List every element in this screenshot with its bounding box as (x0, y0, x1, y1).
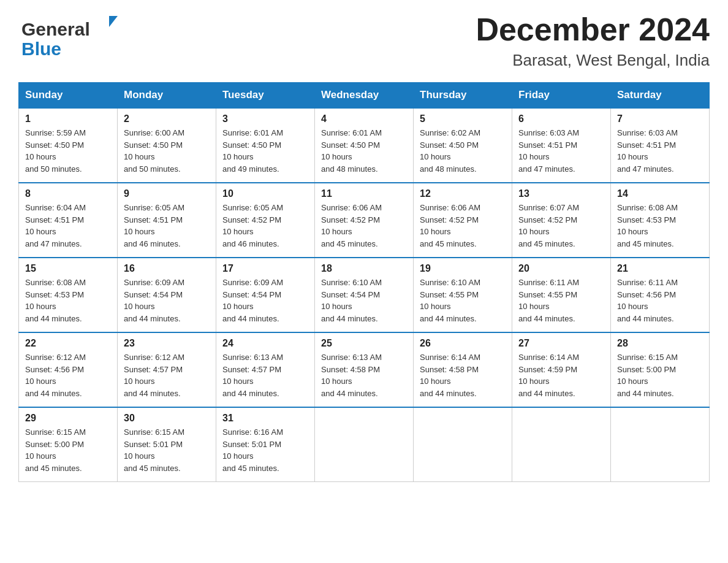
day-number: 10 (222, 188, 308, 199)
calendar-cell: 19Sunrise: 6:10 AMSunset: 4:55 PM10 hour… (414, 258, 512, 332)
calendar-table: SundayMondayTuesdayWednesdayThursdayFrid… (18, 82, 710, 482)
day-number: 27 (518, 338, 604, 349)
calendar-cell (512, 407, 611, 482)
day-info: Sunrise: 6:05 AMSunset: 4:51 PM10 hoursa… (124, 203, 184, 248)
calendar-cell (315, 407, 414, 482)
calendar-week-5: 29Sunrise: 6:15 AMSunset: 5:00 PM10 hour… (19, 407, 710, 482)
calendar-cell: 12Sunrise: 6:06 AMSunset: 4:52 PM10 hour… (414, 183, 512, 258)
calendar-cell: 18Sunrise: 6:10 AMSunset: 4:54 PM10 hour… (315, 258, 414, 332)
calendar-title: December 2024 (476, 12, 710, 47)
day-info: Sunrise: 6:05 AMSunset: 4:52 PM10 hoursa… (222, 203, 283, 248)
day-info: Sunrise: 5:59 AMSunset: 4:50 PM10 hoursa… (25, 128, 86, 174)
day-info: Sunrise: 6:12 AMSunset: 4:56 PM10 hoursa… (25, 353, 86, 398)
day-info: Sunrise: 6:10 AMSunset: 4:55 PM10 hoursa… (420, 278, 480, 323)
calendar-cell: 8Sunrise: 6:04 AMSunset: 4:51 PM10 hours… (19, 183, 118, 258)
day-number: 2 (124, 113, 210, 124)
day-number: 16 (124, 263, 210, 274)
day-info: Sunrise: 6:03 AMSunset: 4:51 PM10 hoursa… (617, 128, 678, 174)
day-number: 1 (25, 113, 111, 124)
day-info: Sunrise: 6:12 AMSunset: 4:57 PM10 hoursa… (124, 353, 184, 398)
page-header: General Blue December 2024 Barasat, West… (18, 12, 710, 70)
day-number: 5 (420, 113, 506, 124)
calendar-week-1: 1Sunrise: 5:59 AMSunset: 4:50 PM10 hours… (19, 108, 710, 183)
calendar-cell: 5Sunrise: 6:02 AMSunset: 4:50 PM10 hours… (414, 108, 512, 183)
day-info: Sunrise: 6:03 AMSunset: 4:51 PM10 hoursa… (518, 128, 579, 174)
day-header-wednesday: Wednesday (315, 83, 414, 109)
calendar-cell: 14Sunrise: 6:08 AMSunset: 4:53 PM10 hour… (611, 183, 710, 258)
day-info: Sunrise: 6:09 AMSunset: 4:54 PM10 hoursa… (222, 278, 283, 323)
calendar-cell: 21Sunrise: 6:11 AMSunset: 4:56 PM10 hour… (611, 258, 710, 332)
day-info: Sunrise: 6:01 AMSunset: 4:50 PM10 hoursa… (321, 128, 382, 174)
calendar-cell: 24Sunrise: 6:13 AMSunset: 4:57 PM10 hour… (216, 332, 315, 407)
title-block: December 2024 Barasat, West Bengal, Indi… (476, 12, 710, 70)
calendar-cell: 1Sunrise: 5:59 AMSunset: 4:50 PM10 hours… (19, 108, 118, 183)
calendar-cell: 17Sunrise: 6:09 AMSunset: 4:54 PM10 hour… (216, 258, 315, 332)
calendar-cell: 25Sunrise: 6:13 AMSunset: 4:58 PM10 hour… (315, 332, 414, 407)
day-number: 9 (124, 188, 210, 199)
day-info: Sunrise: 6:01 AMSunset: 4:50 PM10 hoursa… (222, 128, 283, 174)
day-header-sunday: Sunday (19, 83, 118, 109)
day-number: 18 (321, 263, 407, 274)
calendar-week-3: 15Sunrise: 6:08 AMSunset: 4:53 PM10 hour… (19, 258, 710, 332)
day-number: 19 (420, 263, 506, 274)
day-number: 20 (518, 263, 604, 274)
day-info: Sunrise: 6:11 AMSunset: 4:55 PM10 hoursa… (518, 278, 579, 323)
day-number: 17 (222, 263, 308, 274)
calendar-week-2: 8Sunrise: 6:04 AMSunset: 4:51 PM10 hours… (19, 183, 710, 258)
calendar-cell: 15Sunrise: 6:08 AMSunset: 4:53 PM10 hour… (19, 258, 118, 332)
logo: General Blue (18, 12, 123, 58)
day-number: 15 (25, 263, 111, 274)
calendar-cell: 13Sunrise: 6:07 AMSunset: 4:52 PM10 hour… (512, 183, 611, 258)
calendar-cell (611, 407, 710, 482)
day-number: 3 (222, 113, 308, 124)
day-info: Sunrise: 6:16 AMSunset: 5:01 PM10 hoursa… (222, 427, 283, 473)
svg-text:Blue: Blue (21, 39, 61, 58)
calendar-cell: 3Sunrise: 6:01 AMSunset: 4:50 PM10 hours… (216, 108, 315, 183)
day-info: Sunrise: 6:02 AMSunset: 4:50 PM10 hoursa… (420, 128, 480, 174)
svg-text:General: General (21, 19, 90, 39)
calendar-cell: 7Sunrise: 6:03 AMSunset: 4:51 PM10 hours… (611, 108, 710, 183)
calendar-cell: 26Sunrise: 6:14 AMSunset: 4:58 PM10 hour… (414, 332, 512, 407)
day-number: 21 (617, 263, 703, 274)
calendar-cell: 9Sunrise: 6:05 AMSunset: 4:51 PM10 hours… (118, 183, 216, 258)
day-number: 8 (25, 188, 111, 199)
day-info: Sunrise: 6:10 AMSunset: 4:54 PM10 hoursa… (321, 278, 382, 323)
logo-svg: General Blue (18, 12, 123, 58)
calendar-week-4: 22Sunrise: 6:12 AMSunset: 4:56 PM10 hour… (19, 332, 710, 407)
day-number: 29 (25, 413, 111, 424)
calendar-cell: 29Sunrise: 6:15 AMSunset: 5:00 PM10 hour… (19, 407, 118, 482)
calendar-cell (414, 407, 512, 482)
day-number: 12 (420, 188, 506, 199)
day-number: 25 (321, 338, 407, 349)
day-info: Sunrise: 6:07 AMSunset: 4:52 PM10 hoursa… (518, 203, 579, 248)
calendar-cell: 2Sunrise: 6:00 AMSunset: 4:50 PM10 hours… (118, 108, 216, 183)
day-number: 14 (617, 188, 703, 199)
day-info: Sunrise: 6:04 AMSunset: 4:51 PM10 hoursa… (25, 203, 86, 248)
day-header-saturday: Saturday (611, 83, 710, 109)
day-header-monday: Monday (118, 83, 216, 109)
calendar-cell: 20Sunrise: 6:11 AMSunset: 4:55 PM10 hour… (512, 258, 611, 332)
day-number: 6 (518, 113, 604, 124)
day-info: Sunrise: 6:15 AMSunset: 5:00 PM10 hoursa… (617, 353, 678, 398)
calendar-cell: 10Sunrise: 6:05 AMSunset: 4:52 PM10 hour… (216, 183, 315, 258)
day-info: Sunrise: 6:13 AMSunset: 4:58 PM10 hoursa… (321, 353, 382, 398)
day-info: Sunrise: 6:15 AMSunset: 5:01 PM10 hoursa… (124, 427, 184, 473)
calendar-cell: 23Sunrise: 6:12 AMSunset: 4:57 PM10 hour… (118, 332, 216, 407)
calendar-cell: 22Sunrise: 6:12 AMSunset: 4:56 PM10 hour… (19, 332, 118, 407)
day-number: 11 (321, 188, 407, 199)
calendar-cell: 6Sunrise: 6:03 AMSunset: 4:51 PM10 hours… (512, 108, 611, 183)
day-number: 24 (222, 338, 308, 349)
calendar-cell: 27Sunrise: 6:14 AMSunset: 4:59 PM10 hour… (512, 332, 611, 407)
day-number: 23 (124, 338, 210, 349)
calendar-cell: 4Sunrise: 6:01 AMSunset: 4:50 PM10 hours… (315, 108, 414, 183)
day-info: Sunrise: 6:00 AMSunset: 4:50 PM10 hoursa… (124, 128, 184, 174)
calendar-cell: 31Sunrise: 6:16 AMSunset: 5:01 PM10 hour… (216, 407, 315, 482)
calendar-cell: 11Sunrise: 6:06 AMSunset: 4:52 PM10 hour… (315, 183, 414, 258)
day-info: Sunrise: 6:09 AMSunset: 4:54 PM10 hoursa… (124, 278, 184, 323)
day-number: 4 (321, 113, 407, 124)
day-number: 13 (518, 188, 604, 199)
day-number: 28 (617, 338, 703, 349)
calendar-header-row: SundayMondayTuesdayWednesdayThursdayFrid… (19, 83, 710, 109)
day-number: 22 (25, 338, 111, 349)
day-info: Sunrise: 6:14 AMSunset: 4:58 PM10 hoursa… (420, 353, 480, 398)
